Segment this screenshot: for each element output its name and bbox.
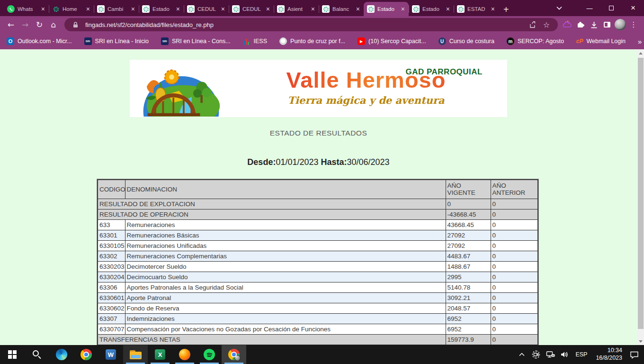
tab-cambi[interactable]: Cambi ×	[94, 2, 139, 16]
bookmark-punto-de-cruz[interactable]: Punto de cruz por f...	[279, 37, 345, 45]
back-button[interactable]: ←	[4, 18, 18, 32]
tray-chevron-up-icon[interactable]	[516, 345, 528, 364]
scrollbar-thumb[interactable]	[638, 58, 644, 329]
taskbar-chrome-button[interactable]	[74, 345, 98, 364]
taskbar-edge-button[interactable]	[49, 345, 74, 364]
tab-search-chevron-icon[interactable]	[548, 0, 570, 16]
forward-button[interactable]: →	[18, 18, 32, 32]
close-button[interactable]: ×	[622, 0, 644, 16]
scrollbar-down-icon[interactable]	[639, 340, 643, 343]
tab-estado-active[interactable]: Estado ×	[364, 2, 409, 16]
tab-asient[interactable]: Asient ×	[274, 2, 319, 16]
bookmarks-overflow-icon[interactable]: »	[638, 37, 642, 46]
taskbar-file-explorer-button[interactable]	[123, 345, 148, 364]
tab-close-icon[interactable]: ×	[356, 6, 360, 12]
tab-close-icon[interactable]: ×	[311, 6, 315, 12]
new-tab-button[interactable]: +	[503, 5, 509, 14]
tab-whatsapp[interactable]: Whats ×	[4, 2, 49, 16]
tab-close-icon[interactable]: ×	[41, 6, 45, 12]
action-center-icon[interactable]	[628, 345, 640, 364]
tab-cedul-2[interactable]: CEDUL ×	[229, 2, 274, 16]
tab-close-icon[interactable]: ×	[221, 6, 225, 12]
taskbar-word-button[interactable]: W	[98, 345, 123, 364]
browser-menu-icon[interactable]: ⋮	[627, 18, 640, 31]
row-name: Remuneraciones Complementarias	[125, 251, 446, 261]
tray-language[interactable]: ESP	[572, 351, 590, 358]
row-vigente: -43668.45	[446, 209, 491, 219]
bookmark-curso-costura[interactable]: U Curso de costura	[438, 37, 494, 45]
tab-close-icon[interactable]: ×	[131, 6, 135, 12]
tab-close-icon[interactable]: ×	[446, 6, 450, 12]
col-denominacion: DENOMINACION	[125, 180, 446, 199]
bookmark-sri-consultas[interactable]: SRI SRI en Línea - Cons...	[161, 37, 231, 45]
row-vigente: 0	[446, 199, 491, 209]
fingads-favicon-icon	[412, 5, 420, 13]
bookmark-star-icon[interactable]: ☆	[540, 18, 553, 31]
tab-close-icon[interactable]: ×	[86, 6, 90, 12]
tray-clock[interactable]: 10:34 16/8/2023	[592, 347, 626, 362]
share-icon[interactable]	[527, 18, 540, 31]
valle-hermoso-logo	[137, 61, 225, 117]
cloud-extension-icon[interactable]	[561, 18, 574, 31]
hasta-label: Hasta:	[321, 157, 347, 167]
bookmark-iess[interactable]: IESS	[243, 37, 268, 45]
tab-label: CEDUL	[242, 6, 263, 12]
tab-estado-3[interactable]: Estado ×	[409, 2, 454, 16]
bookmark-label: SRI en Línea - Inicio	[95, 38, 149, 45]
taskbar-spotify-button[interactable]	[197, 345, 222, 364]
fingads-favicon-icon	[97, 5, 105, 13]
tab-balanc[interactable]: Balanc ×	[319, 2, 364, 16]
taskbar-excel-button[interactable]: X	[148, 345, 172, 364]
bookmark-webmail[interactable]: cP Webmail Login	[576, 37, 626, 45]
tab-close-icon[interactable]: ×	[176, 6, 180, 12]
tab-label: CEDUL	[197, 6, 218, 12]
tab-close-icon[interactable]: ×	[491, 6, 495, 12]
downloads-icon[interactable]	[587, 18, 600, 31]
tray-meet-icon[interactable]	[530, 345, 542, 364]
table-row: 6330105 Remuneraciones Unificadas 27092 …	[98, 240, 538, 251]
table-row: 6330203 Decimotercer Sueldo 1488.67 0	[98, 261, 538, 272]
tab-label: Cambi	[107, 6, 128, 12]
tab-close-icon[interactable]: ×	[401, 6, 405, 12]
profile-avatar[interactable]	[614, 18, 627, 31]
youtube-icon: ▶	[358, 37, 365, 45]
row-anterior: 0	[491, 282, 538, 292]
tray-volume-icon[interactable]	[558, 345, 571, 364]
fingads-favicon-icon	[232, 5, 240, 13]
tab-estado-1[interactable]: Estado ×	[139, 2, 184, 16]
extensions-puzzle-icon[interactable]	[574, 18, 587, 31]
table-row: RESULTADO DE EXPLOTACION 0 0	[98, 199, 538, 209]
row-name: Decimotercer Sueldo	[125, 261, 446, 272]
minimize-button[interactable]: —	[579, 0, 600, 16]
side-panel-icon[interactable]	[600, 18, 614, 31]
tab-home[interactable]: Home ×	[49, 2, 94, 16]
page-scrollbar[interactable]	[637, 49, 644, 345]
tab-estad-4[interactable]: ESTAD ×	[454, 2, 499, 16]
bookmark-sercop-agosto[interactable]: m SERCOP: Agosto	[507, 37, 564, 45]
row-code: 63307	[98, 313, 125, 324]
scrollbar-up-icon[interactable]	[637, 49, 644, 57]
maximize-button[interactable]	[600, 0, 622, 16]
tray-network-icon[interactable]	[544, 345, 556, 364]
address-bar[interactable]: fingads.net/sf2/contabilidad/files/estad…	[64, 18, 558, 31]
tab-cedul-1[interactable]: CEDUL ×	[184, 2, 229, 16]
home-button[interactable]: ⌂	[46, 18, 61, 32]
tab-label: Asient	[287, 6, 308, 12]
row-name: Remuneraciones Básicas	[125, 230, 446, 240]
row-name: Aportes Patronales a la Seguridad Social	[125, 282, 446, 292]
bookmark-outlook[interactable]: O Outlook.com - Micr...	[7, 37, 72, 45]
taskbar-search-button[interactable]	[25, 345, 49, 364]
tab-label: Whats	[18, 6, 38, 12]
bookmark-sercop-youtube[interactable]: ▶ (10) Sercop Capacit...	[358, 37, 426, 45]
bookmark-sri-inicio[interactable]: SRI SRI en Línea - Inicio	[84, 37, 149, 45]
taskbar-firefox-button[interactable]	[172, 345, 197, 364]
cross-stitch-icon	[279, 37, 287, 45]
search-icon	[32, 350, 42, 359]
url-text[interactable]: fingads.net/sf2/contabilidad/files/estad…	[85, 21, 527, 28]
start-button[interactable]	[0, 345, 25, 364]
row-name: Fondo de Reserva	[125, 303, 446, 313]
taskbar-chrome-profile-button[interactable]	[222, 345, 246, 364]
excel-icon: X	[155, 349, 165, 360]
reload-button[interactable]: ↻	[32, 18, 46, 32]
tab-close-icon[interactable]: ×	[266, 6, 270, 12]
